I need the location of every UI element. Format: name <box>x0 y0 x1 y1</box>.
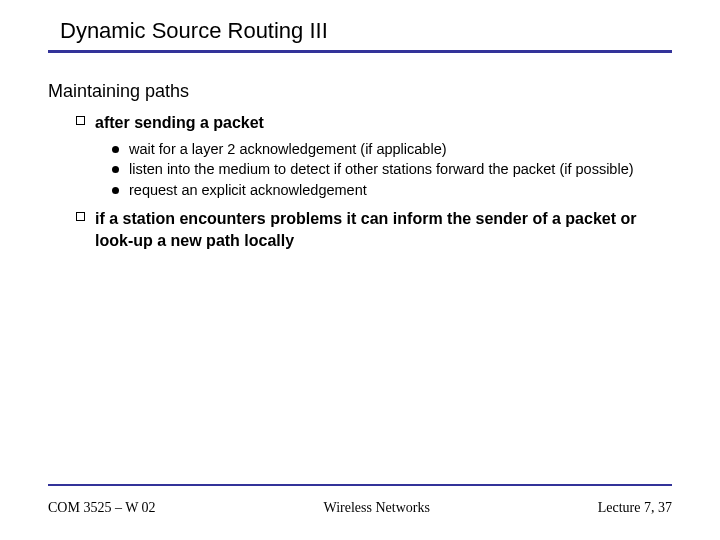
bullet-text: listen into the medium to detect if othe… <box>129 160 634 179</box>
slide-title: Dynamic Source Routing III <box>48 18 672 50</box>
dot-bullet-icon <box>112 187 119 194</box>
square-bullet-icon <box>76 116 85 125</box>
bullet-text: if a station encounters problems it can … <box>95 208 672 251</box>
square-bullet-icon <box>76 212 85 221</box>
footer: COM 3525 – W 02 Wireless Networks Lectur… <box>48 500 672 516</box>
bullet-level2: wait for a layer 2 acknowledgement (if a… <box>112 140 662 159</box>
footer-rule <box>48 484 672 486</box>
bullet-text: after sending a packet <box>95 112 264 134</box>
bullet-level2: listen into the medium to detect if othe… <box>112 160 662 179</box>
dot-bullet-icon <box>112 166 119 173</box>
section-heading: Maintaining paths <box>48 81 672 102</box>
dot-bullet-icon <box>112 146 119 153</box>
bullet-text: wait for a layer 2 acknowledgement (if a… <box>129 140 447 159</box>
footer-center: Wireless Networks <box>324 500 430 516</box>
bullet-level2: request an explicit acknowledgement <box>112 181 662 200</box>
slide: Dynamic Source Routing III Maintaining p… <box>0 0 720 540</box>
bullet-level1: after sending a packet <box>76 112 672 134</box>
sub-bullet-group: wait for a layer 2 acknowledgement (if a… <box>48 140 672 201</box>
title-rule <box>48 50 672 53</box>
footer-left: COM 3525 – W 02 <box>48 500 156 516</box>
bullet-text: request an explicit acknowledgement <box>129 181 367 200</box>
footer-right: Lecture 7, 37 <box>598 500 672 516</box>
bullet-level1: if a station encounters problems it can … <box>76 208 672 251</box>
